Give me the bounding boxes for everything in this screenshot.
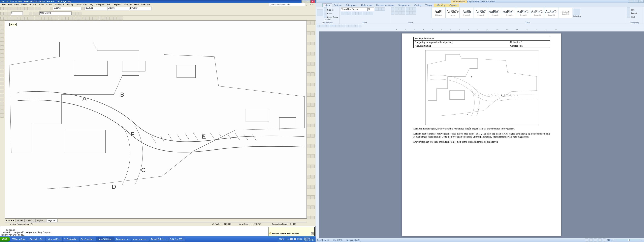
tool-icon[interactable] — [311, 113, 314, 117]
notify-close-button[interactable]: × — [311, 232, 314, 235]
ve-combo[interactable]: 1x — [31, 223, 39, 225]
tool-icon[interactable] — [311, 124, 314, 127]
autocad-titlebar[interactable]: AutoCAD Map 3D 2008 - [H:\Prosjekt\2008\… — [0, 0, 316, 3]
draw-tool-icon[interactable] — [58, 17, 62, 20]
menu-item[interactable]: View — [13, 3, 20, 6]
draw-tool-icon[interactable] — [120, 17, 123, 20]
menu-item[interactable]: Draw — [45, 3, 53, 6]
array-icon[interactable] — [0, 98, 4, 101]
tab-segjennom[interactable]: Se gjennom — [396, 4, 412, 7]
tool-icon[interactable] — [311, 144, 314, 148]
tool-icon[interactable] — [307, 52, 310, 55]
maximize-button[interactable]: □ — [633, 0, 638, 3]
draw-tool-icon[interactable] — [28, 17, 31, 20]
lineweight-combo[interactable]: ByColor — [130, 7, 152, 10]
select-button[interactable]: Merk — [627, 15, 642, 18]
font-color-icon[interactable] — [370, 12, 373, 15]
draw-tool-icon[interactable] — [4, 17, 7, 20]
clear-format-icon[interactable] — [382, 8, 385, 11]
qat-icon[interactable] — [333, 25, 336, 27]
tool-icon[interactable] — [311, 83, 314, 86]
strike-icon[interactable] — [352, 12, 355, 15]
tray-zoom-plus[interactable]: + — [288, 238, 289, 240]
tool-icon[interactable] — [307, 72, 310, 76]
tab-sideoppsett[interactable]: Sideoppsett — [344, 4, 359, 7]
qat-icon[interactable] — [330, 25, 332, 27]
page[interactable]: Steinkjer kommune Omgjøring av vegareal … — [402, 34, 561, 236]
align-center-icon[interactable] — [395, 11, 398, 15]
map-tool-icon[interactable] — [29, 12, 32, 15]
extend-icon[interactable] — [0, 74, 4, 77]
qat-icon[interactable] — [346, 25, 348, 27]
tool-icon[interactable] — [307, 205, 310, 209]
qat-icon[interactable] — [317, 25, 320, 27]
open-icon[interactable] — [4, 7, 7, 10]
draw-tool-icon[interactable] — [31, 17, 34, 20]
draw-tool-icon[interactable] — [24, 17, 28, 20]
menu-item[interactable]: Tools — [38, 3, 45, 6]
horizontal-ruler[interactable]: 123456789101112131415161718 — [316, 28, 644, 32]
map-tool-icon[interactable] — [75, 12, 78, 15]
menu-item[interactable]: Areaplan — [94, 3, 106, 6]
draw-tool-icon[interactable] — [52, 17, 55, 20]
paste-icon[interactable] — [317, 10, 323, 16]
tool-icon[interactable] — [0, 110, 4, 113]
map-tool-icon[interactable] — [72, 12, 75, 15]
multilevel-icon[interactable] — [398, 7, 402, 11]
tool-icon[interactable] — [311, 185, 314, 189]
tool-icon[interactable] — [0, 106, 4, 109]
paragraph[interactable]: Entreprenør kan evt. tilby annen rekkefø… — [413, 140, 550, 143]
draw-tool-icon[interactable] — [117, 17, 120, 20]
drawing-canvas[interactable]: Erase — [5, 21, 307, 219]
tool-icon[interactable] — [311, 154, 314, 158]
tool-icon[interactable] — [307, 185, 310, 189]
taskbar-button[interactable]: AutoCAD Map... — [97, 237, 114, 241]
status-page[interactable]: Side: 8 av 16 — [317, 239, 329, 241]
tab-referanser[interactable]: Referanser — [359, 4, 374, 7]
subscript-icon[interactable] — [356, 12, 359, 15]
qat-icon[interactable] — [326, 25, 329, 27]
pan-icon[interactable] — [34, 7, 38, 10]
map-tool-icon[interactable] — [32, 12, 36, 15]
replace-button[interactable]: Erstatt — [627, 11, 642, 15]
undo-icon[interactable] — [14, 7, 17, 10]
coord-combo[interactable]: 0 — [11, 12, 23, 15]
rect-icon[interactable] — [0, 37, 4, 41]
case-icon[interactable] — [363, 12, 366, 15]
tool-icon[interactable] — [311, 93, 314, 97]
draw-tool-icon[interactable] — [21, 17, 24, 20]
tool-icon[interactable] — [307, 42, 310, 45]
qat-icon[interactable] — [342, 25, 345, 27]
indent-icon[interactable] — [406, 7, 409, 11]
save-icon[interactable] — [7, 7, 10, 10]
style-item[interactable]: AaBbCcOverskrift — [516, 7, 530, 18]
tool-icon[interactable] — [307, 124, 310, 127]
zoom-slider[interactable] — [616, 239, 640, 240]
layer-combo[interactable]: ByLayer — [53, 7, 81, 10]
draw-tool-icon[interactable] — [11, 17, 14, 20]
tab-tillegg[interactable]: Tillegg — [423, 4, 434, 7]
draw-tool-icon[interactable] — [48, 17, 52, 20]
embedded-plan-image[interactable]: A B C D E F — [425, 50, 538, 125]
taskbar-button[interactable]: FremdriftsPlan ... — [150, 237, 168, 241]
draw-tool-icon[interactable] — [86, 17, 89, 20]
arc-icon[interactable] — [0, 33, 4, 37]
taskbar-button[interactable]: Omgjøring Ste... — [28, 237, 46, 241]
superscript-icon[interactable] — [359, 12, 362, 15]
taskbar-button[interactable]: Dokument1 - ... — [115, 237, 132, 241]
tray-icon[interactable] — [294, 238, 296, 240]
match-icon[interactable] — [31, 7, 34, 10]
layer-tool-icon[interactable] — [82, 7, 85, 10]
draw-tool-icon[interactable] — [34, 17, 38, 20]
qat-icon[interactable] — [349, 25, 352, 27]
menu-item[interactable]: VARDAK — [140, 3, 151, 6]
map-tool-icon[interactable] — [7, 12, 10, 15]
tool-icon[interactable] — [307, 32, 310, 35]
dim-icon[interactable] — [0, 49, 4, 53]
styles-gallery[interactable]: AaBlBildetekst AaBbCcNormal AaBbOverskri… — [432, 7, 624, 18]
word-titlebar[interactable]: Del A (jan 2009) - Microsoft Word Tabell… — [316, 0, 644, 3]
draw-tool-icon[interactable] — [55, 17, 58, 20]
tool-icon[interactable] — [307, 83, 310, 86]
tab-layout1[interactable]: Layout1 — [24, 219, 36, 222]
minimize-button[interactable]: _ — [628, 0, 633, 3]
